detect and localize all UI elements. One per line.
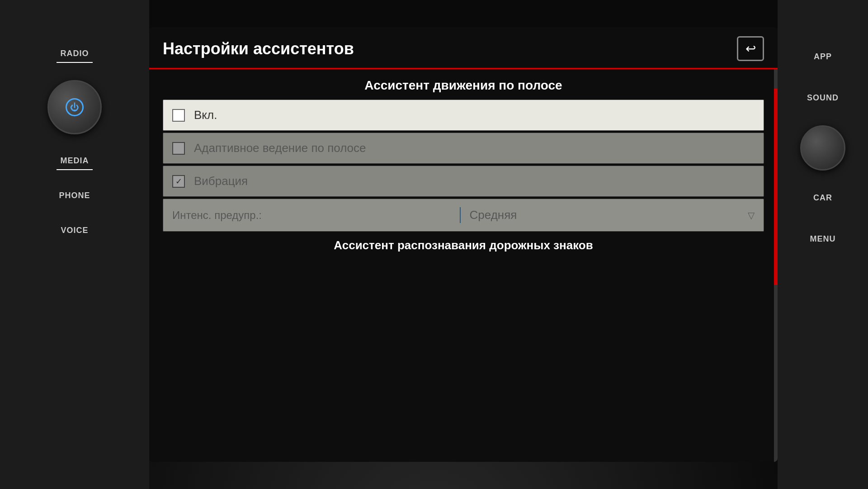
- row-vibration: ✓ Вибрация: [163, 166, 764, 197]
- nav-button-media[interactable]: MEDIA: [0, 143, 149, 178]
- row-intensity: Интенс. предупр.: Средняя ▽: [163, 199, 764, 232]
- nav-label-app: APP: [814, 52, 832, 61]
- row-label-adaptive-lane: Адаптивное ведение по полосе: [194, 141, 366, 155]
- radio-underline: [57, 62, 93, 63]
- nav-button-phone[interactable]: PHONE: [0, 178, 149, 213]
- row-label-vibration: Вибрация: [194, 174, 248, 188]
- checkbox-enable[interactable]: [172, 109, 185, 122]
- chevron-down-icon: ▽: [748, 210, 755, 221]
- page-title: Настройки ассистентов: [163, 39, 354, 58]
- checkbox-adaptive-lane: [172, 142, 185, 155]
- nav-button-menu[interactable]: MENU: [778, 218, 868, 260]
- nav-label-menu: MENU: [810, 234, 836, 243]
- scrollbar-thumb: [774, 89, 778, 285]
- nav-label-sound: SOUND: [807, 93, 839, 102]
- dropdown-label-intensity: Интенс. предупр.:: [172, 209, 451, 222]
- dropdown-divider: [460, 207, 461, 223]
- media-knob[interactable]: ⏻: [47, 80, 102, 134]
- scrollbar-track[interactable]: [774, 69, 778, 462]
- section-title-road-sign: Ассистент распознавания дорожных знаков: [163, 238, 764, 252]
- checkmark-icon: ✓: [175, 176, 182, 186]
- nav-label-voice: VOICE: [61, 226, 88, 235]
- nav-button-radio[interactable]: RADIO: [0, 36, 149, 71]
- car-frame: RADIO ⏻ MEDIA PHONE VOICE Настройки асси…: [0, 0, 868, 489]
- main-screen: Настройки ассистентов ↩ Ассистент движен…: [149, 27, 778, 462]
- checkbox-vibration: ✓: [172, 175, 185, 188]
- nav-label-car: CAR: [813, 193, 832, 202]
- row-label-enable: Вкл.: [194, 108, 217, 122]
- dropdown-value-intensity: Средняя: [470, 208, 748, 222]
- screen-body: Ассистент движения по полосе Вкл. Адапти…: [149, 69, 778, 462]
- row-enable[interactable]: Вкл.: [163, 100, 764, 131]
- left-panel: RADIO ⏻ MEDIA PHONE VOICE: [0, 0, 149, 489]
- nav-button-app[interactable]: APP: [778, 36, 868, 77]
- power-icon: ⏻: [66, 98, 84, 116]
- row-adaptive-lane: Адаптивное ведение по полосе: [163, 133, 764, 164]
- nav-label-media: MEDIA: [61, 156, 89, 166]
- nav-button-car[interactable]: CAR: [778, 177, 868, 218]
- nav-label-phone: PHONE: [59, 191, 90, 200]
- nav-button-sound[interactable]: SOUND: [778, 77, 868, 119]
- section-title-lane-assist: Ассистент движения по полосе: [163, 78, 764, 93]
- screen-content: Настройки ассистентов ↩ Ассистент движен…: [149, 27, 778, 462]
- screen-header: Настройки ассистентов ↩: [149, 27, 778, 69]
- right-knob[interactable]: [800, 125, 845, 171]
- right-panel: APP SOUND CAR MENU: [778, 0, 868, 489]
- back-arrow-icon: ↩: [745, 41, 756, 56]
- back-button[interactable]: ↩: [737, 36, 764, 61]
- nav-button-voice[interactable]: VOICE: [0, 213, 149, 248]
- nav-label-radio: RADIO: [61, 49, 89, 58]
- media-underline: [57, 169, 93, 170]
